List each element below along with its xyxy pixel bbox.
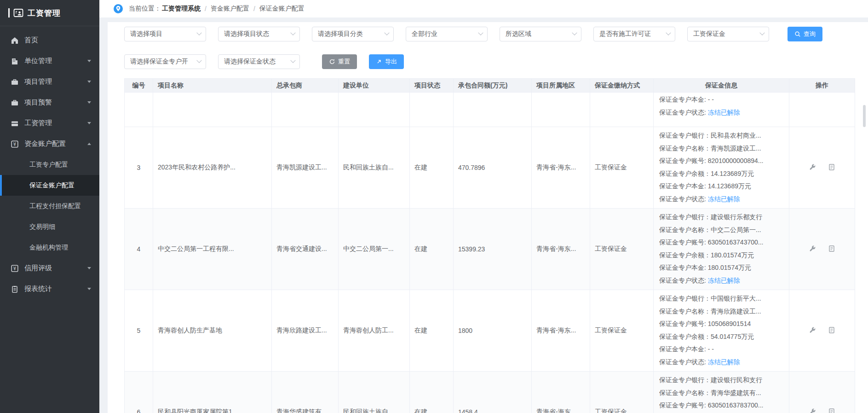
- header-contractor: 总承包商: [272, 79, 339, 93]
- chevron-down-icon: [196, 30, 201, 35]
- sidebar-item-project-management[interactable]: 项目管理: [0, 71, 99, 92]
- status-link[interactable]: 冻结已解除: [708, 195, 740, 203]
- select-deposit-type[interactable]: 工资保证金: [687, 27, 769, 41]
- vertical-scrollbar-thumb[interactable]: [863, 105, 866, 127]
- status-link[interactable]: 冻结已解除: [708, 358, 740, 366]
- content-card: 请选择项目 请选择项目状态 请选择项目分类 全部行业 所选区域 是否有施工许可证: [108, 22, 868, 413]
- table-row: 4 中交二公局第一工程有限... 青海省交通建设... 中交二公局第一... 在…: [125, 209, 855, 290]
- wrench-icon[interactable]: [809, 163, 816, 172]
- document-icon[interactable]: [828, 163, 835, 172]
- table-row-partial: 保证金专户本金: - - 保证金专户状态: 冻结已解除: [125, 93, 855, 127]
- sidebar-subitem-wage-special-account[interactable]: 工资专户配置: [0, 154, 99, 175]
- sidebar-subitem-financial-institution[interactable]: 金融机构管理: [0, 237, 99, 258]
- svg-text:¥: ¥: [13, 142, 16, 147]
- status-link[interactable]: 冻结已解除: [708, 277, 740, 284]
- cell-no: 5: [125, 290, 153, 372]
- table-row: 3 2023年民和农村公路养护... 青海凯源建设工... 民和回族土族自...…: [125, 127, 855, 209]
- sidebar-item-label: 信用评级: [24, 264, 52, 273]
- cell-builder: [339, 93, 410, 127]
- svg-text:¥: ¥: [13, 266, 16, 271]
- caret-up-icon: [87, 143, 91, 145]
- cell-amount: 1458.4: [454, 372, 532, 413]
- sidebar-item-home[interactable]: 首页: [0, 30, 99, 51]
- chevron-down-icon: [666, 30, 671, 35]
- cell-amount: 470.7896: [454, 127, 532, 209]
- chevron-down-icon: [290, 58, 295, 63]
- building-icon: [11, 57, 19, 65]
- select-deposit-status[interactable]: 请选择保证金状态: [218, 54, 300, 69]
- sidebar-subitem-transaction-detail[interactable]: 交易明细: [0, 216, 99, 237]
- cell-deposit-info: 保证金专户银行：建设银行民和支行 保证金专户名称：青海华盛建筑有... 保证金专…: [654, 372, 789, 413]
- select-construction-permit[interactable]: 是否有施工许可证: [593, 27, 675, 41]
- chevron-down-icon: [290, 30, 295, 35]
- select-project-status[interactable]: 请选择项目状态: [218, 27, 300, 41]
- breadcrumb-root[interactable]: 工资管理系统: [162, 5, 201, 13]
- cell-region: 青海省-海东...: [532, 290, 590, 372]
- select-region[interactable]: 所选区域: [500, 27, 581, 41]
- cell-region: 青海省-海东...: [532, 372, 590, 413]
- document-icon[interactable]: [828, 408, 835, 413]
- document-icon[interactable]: [828, 245, 835, 254]
- table-header-row: 编号 项目名称 总承包商 建设单位 项目状态 承包合同额(万元) 项目所属地区 …: [125, 79, 855, 93]
- sidebar-subitem-deposit-account[interactable]: 保证金账户配置: [0, 175, 99, 196]
- caret-down-icon: [87, 101, 91, 104]
- cell-contractor: [272, 93, 339, 127]
- location-pin-icon: [113, 4, 123, 14]
- breadcrumb-prefix: 当前位置：: [129, 5, 161, 13]
- document-icon[interactable]: [828, 326, 835, 335]
- clipboard-icon: [11, 285, 19, 293]
- wrench-icon[interactable]: [809, 245, 816, 254]
- cell-method: 工资保证金: [590, 209, 654, 290]
- cell-method: 工资保证金: [590, 127, 654, 209]
- deposit-table-wrap: 编号 项目名称 总承包商 建设单位 项目状态 承包合同额(万元) 项目所属地区 …: [124, 78, 856, 413]
- wrench-icon[interactable]: [809, 408, 816, 413]
- sidebar-item-label: 工资管理: [24, 119, 52, 128]
- wallet-icon: [11, 119, 19, 128]
- reset-button[interactable]: 重置: [322, 54, 357, 69]
- briefcase-icon: [11, 99, 19, 107]
- sidebar-item-label: 项目预警: [24, 98, 52, 107]
- header-no: 编号: [125, 79, 153, 93]
- header-region: 项目所属地区: [532, 79, 590, 93]
- caret-down-icon: [87, 81, 91, 83]
- export-button[interactable]: 导出: [369, 54, 404, 69]
- cell-method: 工资保证金: [590, 372, 654, 413]
- yuan-square-icon: ¥: [11, 140, 19, 148]
- sidebar-item-project-warning[interactable]: 项目预警: [0, 92, 99, 113]
- select-industry[interactable]: 全部行业: [406, 27, 488, 41]
- cell-project-name: 中交二公局第一工程有限...: [153, 209, 272, 290]
- cell-status: 在建: [410, 290, 454, 372]
- select-project-category[interactable]: 请选择项目分类: [312, 27, 394, 41]
- select-project[interactable]: 请选择项目: [124, 27, 206, 41]
- breadcrumb-item[interactable]: 资金账户配置: [211, 5, 249, 13]
- search-button[interactable]: 查询: [788, 27, 822, 41]
- sidebar-item-fund-account-config[interactable]: ¥ 资金账户配置: [0, 134, 99, 154]
- cell-no: [125, 93, 153, 127]
- cell-amount: 1800: [454, 290, 532, 372]
- breadcrumb-item[interactable]: 保证金账户配置: [259, 5, 305, 13]
- cell-region: [532, 93, 590, 127]
- chevron-down-icon: [384, 30, 389, 35]
- breadcrumb: 当前位置： 工资管理系统 / 资金账户配置 / 保证金账户配置: [99, 0, 868, 17]
- status-link[interactable]: 冻结已解除: [708, 109, 740, 116]
- sidebar-item-unit-management[interactable]: 单位管理: [0, 51, 99, 71]
- sidebar-item-credit-rating[interactable]: ¥ 信用评级: [0, 258, 99, 279]
- cell-region: 青海省-海东...: [532, 127, 590, 209]
- briefcase-icon: [11, 78, 19, 86]
- wrench-icon[interactable]: [809, 326, 816, 335]
- refresh-icon: [329, 58, 335, 65]
- sidebar-subitem-payment-guarantee[interactable]: 工程支付担保配置: [0, 196, 99, 216]
- cell-builder: 青海蓉创人防工...: [339, 290, 410, 372]
- sidebar-item-report-statistics[interactable]: 报表统计: [0, 279, 99, 299]
- chevron-down-icon: [478, 30, 483, 35]
- header-actions: 操作: [789, 79, 855, 93]
- select-deposit-account-bank[interactable]: 请选择保证金专户开: [124, 54, 206, 69]
- caret-down-icon: [87, 288, 91, 290]
- cell-amount: [454, 93, 532, 127]
- sidebar-item-label: 单位管理: [24, 57, 52, 65]
- sidebar-item-wage-management[interactable]: 工资管理: [0, 113, 99, 134]
- cell-builder: 民和回族土族自...: [339, 372, 410, 413]
- cell-actions: [789, 209, 855, 290]
- header-status: 项目状态: [410, 79, 454, 93]
- cell-actions: [789, 127, 855, 209]
